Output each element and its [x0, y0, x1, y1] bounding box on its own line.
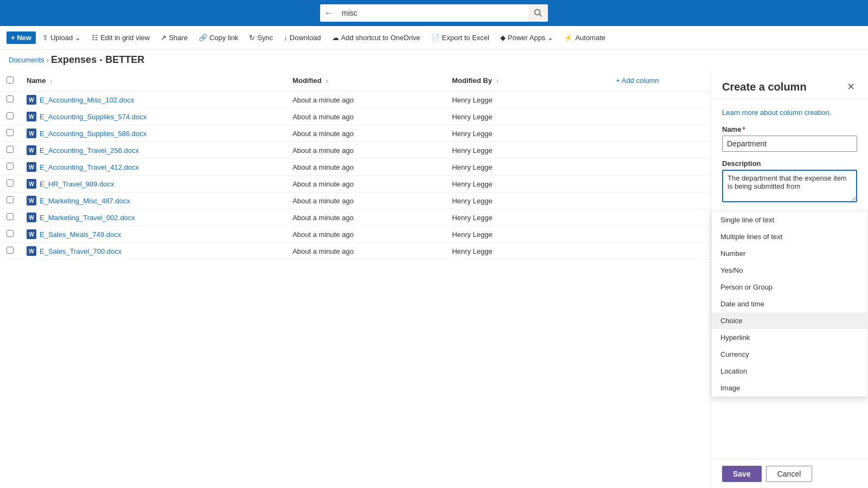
row-modifiedby-cell: Henry Legge [445, 192, 605, 209]
name-required-star: * [742, 125, 745, 133]
row-modified-cell: About a minute ago [286, 176, 445, 192]
save-button[interactable]: Save [722, 466, 762, 482]
name-field-input[interactable] [722, 136, 857, 152]
file-name-cell: W E_HR_Travel_989.docx [27, 179, 279, 189]
row-checkbox[interactable] [7, 247, 14, 254]
row-checkbox[interactable] [7, 146, 14, 153]
row-checkbox-cell [0, 108, 20, 125]
dropdown-item[interactable]: Multiple lines of text [712, 228, 867, 245]
share-button[interactable]: ↗ Share [156, 31, 192, 44]
row-empty-cell [605, 176, 711, 192]
breadcrumb: Documents › Expenses - BETTER [0, 50, 868, 70]
row-checkbox[interactable] [7, 112, 14, 119]
automate-icon: ⚡ [564, 34, 573, 42]
table-row: W E_Marketing_Misc_487.docx About a minu… [0, 192, 711, 209]
row-checkbox[interactable] [7, 163, 14, 170]
file-name-cell: W E_Marketing_Travel_002.docx [27, 213, 279, 222]
row-checkbox[interactable] [7, 230, 14, 237]
file-name-link[interactable]: E_Marketing_Misc_487.docx [40, 197, 130, 205]
dropdown-item[interactable]: Yes/No [712, 262, 867, 279]
name-field-label: Name * [722, 125, 857, 133]
copy-link-button[interactable]: 🔗 Copy link [194, 31, 242, 44]
new-button[interactable]: + New [7, 31, 36, 44]
dropdown-item[interactable]: Hyperlink [712, 329, 867, 346]
share-icon: ↗ [161, 34, 167, 42]
search-icon [534, 9, 542, 17]
automate-button[interactable]: ⚡ Automate [560, 31, 610, 44]
export-button[interactable]: 📄 Export to Excel [427, 31, 494, 44]
search-input[interactable] [337, 9, 528, 17]
row-modifiedby-cell: Henry Legge [445, 108, 605, 125]
row-checkbox[interactable] [7, 213, 14, 220]
dropdown-item[interactable]: Currency [712, 346, 867, 363]
panel-close-button[interactable]: ✕ [845, 79, 857, 95]
dropdown-item[interactable]: Date and time [712, 296, 867, 312]
file-name-cell: W E_Sales_Travel_700.docx [27, 246, 279, 256]
row-checkbox-cell [0, 176, 20, 192]
row-checkbox-cell [0, 125, 20, 142]
file-name-link[interactable]: E_Accounting_Supplies_574.docx [40, 113, 146, 121]
learn-more-link[interactable]: Learn more about column creation. [722, 108, 857, 117]
table-row: W E_Accounting_Travel_412.docx About a m… [0, 159, 711, 176]
link-icon: 🔗 [199, 34, 207, 42]
row-checkbox[interactable] [7, 179, 14, 187]
row-checkbox-cell [0, 159, 20, 176]
dropdown-item[interactable]: Number [712, 245, 867, 262]
dropdown-item[interactable]: Image [712, 380, 867, 396]
breadcrumb-parent[interactable]: Documents [9, 56, 44, 64]
edit-grid-button[interactable]: ☷ Edit in grid view [87, 31, 154, 44]
grid-icon: ☷ [92, 34, 98, 42]
toolbar: + New ⇧ Upload ⌄ ☷ Edit in grid view ↗ S… [0, 26, 868, 50]
powerapps-button[interactable]: ◆ Power Apps ⌄ [496, 31, 558, 44]
file-name-link[interactable]: E_Sales_Meals_749.docx [40, 230, 121, 239]
modified-col-header[interactable]: Modified ↕ [286, 70, 445, 92]
description-field-textarea[interactable]: The department that the expense item is … [722, 170, 857, 202]
file-name-link[interactable]: E_HR_Travel_989.docx [40, 180, 114, 188]
copy-link-label: Copy link [209, 34, 238, 42]
shortcut-button[interactable]: ☁ Add shortcut to OneDrive [328, 31, 425, 44]
dropdown-item[interactable]: Location [712, 363, 867, 380]
dropdown-item[interactable]: Single line of text [712, 211, 867, 228]
dropdown-item[interactable]: Choice [712, 312, 867, 329]
search-button[interactable] [528, 4, 548, 22]
row-modified-cell: About a minute ago [286, 108, 445, 125]
word-icon: W [27, 196, 36, 206]
add-column-button[interactable]: + Add column [611, 74, 704, 87]
word-icon: W [27, 246, 36, 256]
svg-point-0 [535, 10, 540, 15]
row-modified-cell: About a minute ago [286, 159, 445, 176]
row-checkbox[interactable] [7, 196, 14, 203]
row-empty-cell [605, 243, 711, 260]
addcol-col-header[interactable]: + Add column [605, 70, 711, 92]
file-name-link[interactable]: E_Accounting_Supplies_586.docx [40, 130, 146, 138]
word-icon: W [27, 129, 36, 138]
breadcrumb-separator: › [47, 56, 49, 64]
file-name-link[interactable]: E_Accounting_Travel_412.docx [40, 163, 139, 171]
word-icon: W [27, 179, 36, 189]
file-name-cell: W E_Accounting_Misc_102.docx [27, 95, 279, 105]
select-all-checkbox[interactable] [7, 76, 14, 84]
word-icon: W [27, 95, 36, 105]
row-checkbox[interactable] [7, 129, 14, 136]
word-icon: W [27, 213, 36, 222]
row-modified-cell: About a minute ago [286, 209, 445, 226]
search-back-button[interactable]: ← [320, 8, 337, 18]
name-col-header[interactable]: Name ↕ [20, 70, 286, 92]
upload-button[interactable]: ⇧ Upload ⌄ [38, 31, 85, 44]
row-name-cell: W E_Marketing_Travel_002.docx [20, 209, 286, 226]
file-list-area: Name ↕ Modified ↕ Modified By ↕ + Add co… [0, 70, 711, 488]
row-checkbox[interactable] [7, 95, 14, 102]
cancel-button[interactable]: Cancel [766, 466, 813, 482]
sync-button[interactable]: ↻ Sync [245, 31, 277, 44]
download-button[interactable]: ↓ Download [279, 31, 325, 44]
modifiedby-col-header[interactable]: Modified By ↕ [445, 70, 605, 92]
search-bar: ← [320, 4, 548, 22]
file-name-cell: W E_Sales_Meals_749.docx [27, 229, 279, 239]
file-name-link[interactable]: E_Accounting_Travel_256.docx [40, 146, 139, 155]
dropdown-item[interactable]: Person or Group [712, 279, 867, 296]
download-icon: ↓ [284, 34, 288, 42]
file-name-link[interactable]: E_Sales_Travel_700.docx [40, 247, 122, 255]
file-name-link[interactable]: E_Accounting_Misc_102.docx [40, 96, 134, 104]
table-row: W E_HR_Travel_989.docx About a minute ag… [0, 176, 711, 192]
file-name-link[interactable]: E_Marketing_Travel_002.docx [40, 214, 135, 222]
